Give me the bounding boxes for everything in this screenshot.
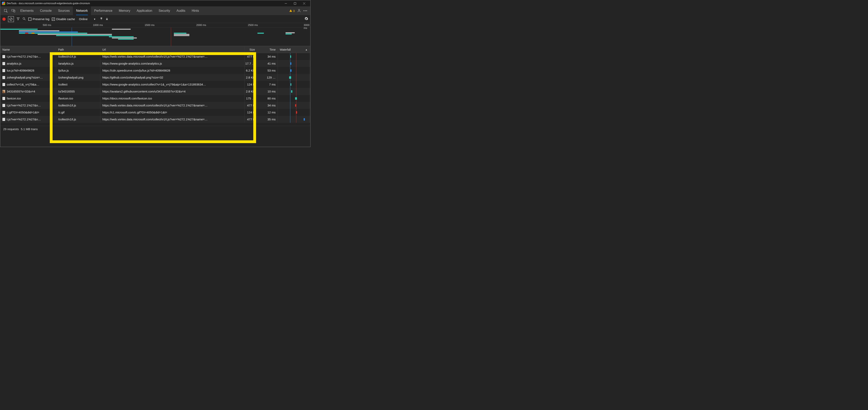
preserve-log-checkbox[interactable]: Preserve log	[28, 17, 50, 21]
col-url[interactable]: Url	[100, 46, 245, 53]
row-name: t.js?ver=%272.1%27&n…	[7, 55, 41, 58]
import-har-icon[interactable]	[100, 17, 103, 21]
table-row[interactable]: zoherghadyali.png?size=…/zoherghadyali.p…	[0, 74, 310, 81]
row-name: zoherghadyali.png?size=…	[7, 76, 43, 79]
filter-icon[interactable]	[16, 17, 20, 21]
row-time: 34 ms	[257, 53, 278, 60]
row-size: 175 …	[245, 95, 257, 102]
tab-application[interactable]: Application	[133, 6, 155, 15]
tab-security[interactable]: Security	[155, 6, 173, 15]
table-row[interactable]: analytics.js/analytics.jshttps://www.goo…	[0, 60, 310, 67]
row-time: 53 ms	[257, 67, 278, 74]
col-size[interactable]: Size	[245, 46, 257, 53]
tab-elements[interactable]: Elements	[17, 6, 37, 15]
row-url: https://web.vortex.data.microsoft.com/co…	[100, 53, 245, 60]
profile-icon[interactable]	[297, 8, 301, 13]
row-url: https://avatars2.githubusercontent.com/u…	[100, 88, 245, 95]
row-url: https://github.com/zoherghadyali.png?siz…	[100, 74, 245, 81]
document-file-icon	[2, 83, 5, 86]
table-row[interactable]: t.js?ver=%272.1%27&n…/collect/v1/t.jshtt…	[0, 116, 310, 123]
throttle-dropdown[interactable]: Online ▼	[77, 17, 97, 21]
warnings-badge[interactable]: 3	[289, 9, 295, 12]
table-header[interactable]: Name Path Url Size Time Waterfall ▲	[0, 46, 310, 53]
more-options-icon[interactable]	[304, 10, 307, 11]
document-file-icon	[2, 76, 5, 79]
table-row[interactable]: t.js?ver=%272.1%27&n…/collect/v1/t.jshtt…	[0, 53, 310, 60]
record-button[interactable]	[2, 18, 6, 21]
ruler-tick: 2500 ms	[248, 24, 259, 27]
clear-button[interactable]	[8, 16, 14, 22]
row-size: 477 B	[245, 116, 257, 123]
row-time: 80 ms	[257, 95, 278, 102]
row-time: 41 ms	[257, 60, 278, 67]
tab-network[interactable]: Network	[73, 6, 91, 15]
row-size: 477 B	[245, 53, 257, 60]
export-har-icon[interactable]	[105, 17, 108, 21]
table-row[interactable]: 34316555?s=32&v=4/u/34316555https://avat…	[0, 88, 310, 95]
ruler-tick: 500 ms	[43, 24, 52, 27]
timeline-body	[0, 28, 310, 46]
table-row[interactable]: lux.js?id=409849828/js/lux.jshttps://cdn…	[0, 67, 310, 74]
col-waterfall[interactable]: Waterfall ▲	[278, 46, 310, 53]
row-name: 34316555?s=32&v=4	[7, 90, 35, 93]
settings-icon[interactable]	[304, 17, 308, 21]
row-time: 129 …	[257, 74, 278, 81]
row-name: collect?v=1&_v=j79&a…	[7, 83, 39, 86]
tab-performance[interactable]: Performance	[91, 6, 116, 15]
row-size: 124 B	[245, 109, 257, 116]
disable-cache-checkbox[interactable]: Disable cache	[52, 17, 75, 21]
col-time[interactable]: Time	[257, 46, 278, 53]
ruler-tick: 1000 ms	[93, 24, 104, 27]
overview-timeline[interactable]: 500 ms1000 ms1500 ms2000 ms2500 ms3000 m…	[0, 23, 310, 46]
table-row[interactable]: favicon.ico/favicon.icohttps://docs.micr…	[0, 95, 310, 102]
svg-rect-1	[294, 2, 296, 4]
row-time: 10 ms	[257, 88, 278, 95]
row-waterfall	[278, 81, 310, 88]
status-requests: 29 requests	[3, 127, 19, 131]
window-maximize-button[interactable]	[290, 0, 300, 6]
row-url: https://web.vortex.data.microsoft.com/co…	[100, 116, 245, 123]
row-waterfall	[278, 109, 310, 116]
row-url: https://www.google-analytics.com/collect…	[100, 81, 245, 88]
tab-sources[interactable]: Sources	[55, 6, 73, 15]
table-row[interactable]: t.js?ver=%272.1%27&n…/collect/v1/t.jshtt…	[0, 102, 310, 109]
tab-audits[interactable]: Audits	[173, 6, 188, 15]
tab-hints[interactable]: Hints	[189, 6, 202, 15]
document-file-icon	[2, 55, 5, 58]
window-close-button[interactable]	[300, 0, 309, 6]
col-name[interactable]: Name	[0, 46, 56, 53]
table-row[interactable]: collect?v=1&_v=j79&a…/collecthttps://www…	[0, 81, 310, 88]
row-path: /zoherghadyali.png	[56, 74, 100, 81]
inspect-element-icon[interactable]	[2, 6, 9, 15]
row-size: 124 B	[245, 81, 257, 88]
row-url: https://www.google-analytics.com/analyti…	[100, 60, 245, 67]
row-name: favicon.ico	[7, 97, 21, 100]
document-file-icon	[2, 111, 5, 114]
network-table: Name Path Url Size Time Waterfall ▲ t.js…	[0, 46, 310, 126]
row-time: 35 ms	[257, 116, 278, 123]
row-name: analytics.js	[7, 62, 21, 65]
svg-point-7	[299, 9, 300, 10]
row-size: 477 B	[245, 102, 257, 109]
row-size: 2.8 KB	[245, 74, 257, 81]
status-bar: 29 requests 5.1 MB trans	[0, 126, 310, 132]
document-file-icon	[2, 118, 5, 121]
network-toolbar: Preserve log Disable cache Online ▼	[0, 15, 310, 23]
device-toggle-icon[interactable]	[9, 6, 17, 15]
row-path: /favicon.ico	[56, 95, 100, 102]
row-url: https://c1.microsoft.com/c.gif?DI=4050&d…	[100, 109, 245, 116]
row-path: /u/34316555	[56, 88, 100, 95]
row-path: /collect/v1/t.js	[56, 53, 100, 60]
row-size: 6.2 KB	[245, 67, 257, 74]
window-minimize-button[interactable]	[281, 0, 290, 6]
search-icon[interactable]	[22, 17, 26, 21]
tab-memory[interactable]: Memory	[116, 6, 133, 15]
table-row[interactable]: c.gif?DI=4050&did=1&t=/c.gifhttps://c1.m…	[0, 109, 310, 116]
row-time: 12 ms	[257, 109, 278, 116]
col-path[interactable]: Path	[56, 46, 100, 53]
row-waterfall	[278, 88, 310, 95]
document-file-icon	[2, 97, 5, 100]
svg-point-10	[23, 18, 25, 19]
tab-console[interactable]: Console	[37, 6, 55, 15]
row-time: 7 ms	[257, 81, 278, 88]
